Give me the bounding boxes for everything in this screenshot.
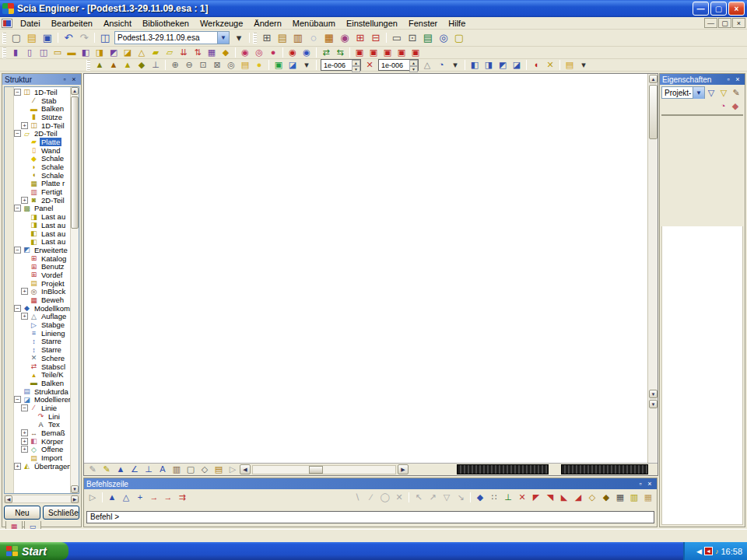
copy-multi-icon[interactable]: ◨ — [482, 59, 496, 71]
load-updown-icon[interactable]: ⇅ — [191, 47, 205, 58]
vp-scroll-right-icon[interactable]: ▶ — [398, 464, 409, 474]
axes-move-icon[interactable]: ✕ — [543, 59, 557, 71]
tree-item-label[interactable]: Schale — [40, 163, 65, 171]
tree-item-label[interactable]: Last au — [40, 212, 67, 221]
circle-gray-icon[interactable]: ◯ — [378, 492, 392, 503]
library-icon[interactable]: ▤ — [420, 30, 436, 45]
expand-icon[interactable]: + — [21, 438, 28, 445]
cmd-pin-icon[interactable]: ▫ — [636, 480, 645, 488]
paste-icon[interactable]: ◩ — [496, 59, 510, 71]
vp-hscroll-thumb[interactable] — [309, 466, 323, 474]
lips-icon[interactable]: ◖ — [529, 59, 543, 71]
box-view-icon[interactable]: ▢ — [184, 464, 198, 475]
print-icon[interactable]: ▭ — [389, 30, 405, 45]
vp-scroll-up-icon[interactable]: ▲ — [649, 75, 658, 83]
snap-node-icon[interactable]: ✕ — [363, 59, 377, 71]
menu-item-ndern[interactable]: Ändern — [248, 18, 286, 29]
tree-item-label[interactable]: Schale — [40, 154, 65, 163]
tray-media-icon[interactable]: ◄ — [704, 547, 713, 555]
cmd-close-icon[interactable]: × — [645, 480, 654, 488]
angle-icon[interactable]: ∠ — [128, 464, 142, 475]
menu-item-fenster[interactable]: Fenster — [403, 18, 443, 29]
tree-item-label[interactable]: Projekt — [40, 279, 66, 288]
tree-item-label[interactable]: 1D-Teil — [33, 88, 59, 96]
arrow-se-icon[interactable]: ↘ — [454, 492, 468, 503]
expand-icon[interactable]: + — [21, 122, 28, 129]
print-preview-icon[interactable]: ⊡ — [405, 30, 420, 45]
collapse-icon[interactable]: − — [14, 305, 21, 312]
snap-cursor-icon[interactable]: ◆ — [473, 492, 487, 503]
tree-item-label[interactable]: Schale — [40, 171, 65, 180]
chart-pie-icon[interactable]: ◔ — [717, 100, 729, 111]
prop-pin-icon[interactable]: ▫ — [724, 75, 733, 84]
color-wheel-icon[interactable]: ◉ — [337, 30, 352, 45]
undo-icon[interactable]: ↶ — [61, 30, 76, 45]
tree-vertical-scrollbar[interactable]: ▲ ▼ — [70, 87, 79, 493]
menu-item-bearbeiten[interactable]: Bearbeiten — [46, 18, 98, 29]
tree-item-label[interactable]: Panel — [33, 204, 54, 212]
minimize-button[interactable]: — — [693, 2, 709, 16]
grid-snap-icon[interactable]: ∷ — [487, 492, 501, 503]
expand-icon[interactable]: + — [21, 446, 28, 453]
folder-new-icon[interactable]: ▤ — [563, 59, 577, 71]
spin-up-icon[interactable]: ▲ — [352, 60, 360, 66]
unlink-icon[interactable]: ⇆ — [333, 47, 347, 58]
line-bslash-icon[interactable]: ∖ — [350, 492, 364, 503]
copy-icon[interactable]: ◧ — [468, 59, 482, 71]
model-3d-scene[interactable] — [84, 74, 647, 464]
tree-item-label[interactable]: Last au — [40, 237, 67, 246]
snap-plane-icon[interactable]: ▥ — [627, 492, 641, 503]
window-layout-icon[interactable]: ◫ — [97, 30, 113, 45]
tree-item-label[interactable]: Linie — [40, 404, 58, 412]
vp-scroll-down2-icon[interactable]: ▼ — [649, 400, 658, 408]
mesh-icon[interactable]: ▦ — [205, 47, 219, 58]
step-fwd-icon[interactable]: → — [161, 492, 175, 503]
animation-bar-1[interactable] — [457, 464, 549, 474]
tray-audio-icon[interactable]: ♪ — [715, 548, 719, 555]
zoom-in-icon[interactable]: ⊕ — [168, 59, 182, 71]
tree-item-label[interactable]: Bemaß — [40, 429, 67, 437]
pen-gray-icon[interactable]: ✎ — [86, 464, 100, 475]
section-icon[interactable]: ◆ — [219, 47, 233, 58]
collapse-icon[interactable]: − — [14, 396, 21, 403]
collapse-icon[interactable]: − — [14, 205, 21, 212]
folder-more-icon[interactable]: ▾ — [577, 59, 591, 71]
combo-arrow-icon[interactable]: ▼ — [217, 32, 229, 44]
scale-more-icon[interactable]: ▾ — [448, 59, 462, 71]
render-wire-icon[interactable]: ◪ — [286, 59, 300, 71]
tree-item-label[interactable]: Platte r — [40, 179, 66, 187]
calc-icon[interactable]: ▦ — [641, 492, 655, 503]
tree-item-label[interactable]: Starre — [40, 337, 63, 345]
tree-item-label[interactable]: Katalog — [40, 254, 68, 263]
new-button[interactable]: Neu — [4, 506, 40, 520]
units-icon[interactable]: ⊞ — [259, 30, 275, 45]
tree-item-label[interactable]: Balken — [40, 379, 65, 387]
tri-filled-icon[interactable]: ▲ — [105, 492, 119, 503]
zoom-out-icon[interactable]: ⊖ — [182, 59, 196, 71]
mdi-close-button[interactable]: × — [732, 18, 745, 28]
tree-item-label[interactable]: Balken — [40, 104, 65, 113]
tri-open-icon[interactable]: △ — [119, 492, 133, 503]
tree-item-label[interactable]: Last au — [40, 221, 67, 229]
tree-item-label[interactable]: Tex — [47, 420, 61, 429]
selection-icon[interactable]: ◌ — [306, 30, 321, 45]
toolbar-grip[interactable] — [2, 47, 6, 58]
project-more-icon[interactable]: ▾ — [231, 30, 247, 45]
book-icon[interactable]: ▥ — [290, 30, 306, 45]
table-red-icon[interactable]: ⊞ — [352, 30, 368, 45]
paste-special-icon[interactable]: ◪ — [510, 59, 524, 71]
tree-item-label[interactable]: Teile/K — [40, 370, 65, 379]
select-node-icon[interactable]: ▲ — [93, 59, 107, 71]
abc-label-icon[interactable]: A — [156, 464, 170, 475]
tree-item-label[interactable]: Fertigt — [40, 187, 64, 196]
line-slash-icon[interactable]: ∕ — [364, 492, 378, 503]
cross-add-icon[interactable]: + — [133, 492, 147, 503]
expand-icon[interactable]: + — [21, 429, 28, 436]
expand-icon[interactable]: + — [21, 197, 28, 204]
collapse-icon[interactable]: − — [14, 130, 21, 137]
tree-item-label[interactable]: 2D-Teil — [33, 129, 59, 138]
snap-mid-icon[interactable]: ◇ — [585, 492, 599, 503]
menu-item-ansicht[interactable]: Ansicht — [98, 18, 137, 29]
menu-item-werkzeuge[interactable]: Werkzeuge — [195, 18, 248, 29]
batch-icon[interactable]: ▥ — [170, 464, 184, 475]
